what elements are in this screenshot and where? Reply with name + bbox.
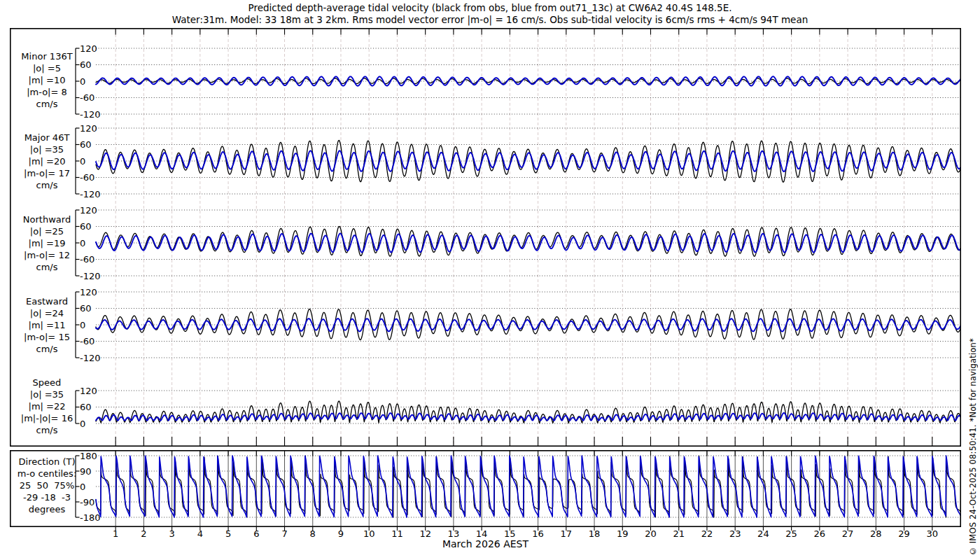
tidal-velocity-figure: Predicted depth-average tidal velocity (…	[0, 0, 980, 560]
model-line-direction	[96, 456, 960, 517]
panel-label-line: Northward	[6, 214, 88, 225]
panel-label-line: cm/s	[6, 343, 88, 355]
panel-label-line: cm/s	[6, 98, 88, 110]
panel-label-line: cm/s	[6, 179, 88, 191]
panel-label-line: cm/s	[6, 261, 88, 273]
model-line-major	[96, 150, 960, 172]
x-tick-label: 18	[583, 528, 606, 539]
panel-label-line: Major 46T	[6, 132, 88, 144]
velocity-box-border	[10, 29, 960, 446]
figure-title-line2: Water:31m. Model: 33 18m at 3 2km. Rms m…	[0, 14, 980, 25]
x-tick-label: 15	[498, 528, 521, 539]
x-tick-label: 12	[414, 528, 437, 539]
panel-label-line: |m| =22	[6, 400, 88, 412]
panel-label-line: |o| =24	[6, 307, 88, 319]
x-tick-label: 21	[668, 528, 690, 539]
panel-label-line: Minor 136T	[6, 50, 88, 62]
direction-panel-plot: 180900-90-180	[10, 450, 961, 527]
model-line-eastward	[96, 318, 960, 332]
panel-label-line: |m| =10	[6, 74, 88, 86]
panel-label-line: 25 50 75%	[6, 479, 88, 491]
panel-label-line: |m-o|= 12	[6, 249, 88, 261]
x-tick-label: 2	[132, 528, 155, 539]
panel-label-line: |m-o|= 8	[6, 86, 88, 98]
panel-label-line: |o| =5	[6, 62, 88, 74]
panel-label-line: |o| =25	[6, 225, 88, 237]
panel-label-line: Direction (T)	[6, 456, 88, 468]
panel-label-line: |m|-|o|= 16	[6, 412, 88, 424]
x-tick-label: 1	[104, 528, 127, 539]
x-tick-label: 4	[189, 528, 211, 539]
x-axis-label: March 2026 AEST	[10, 538, 961, 550]
panel-label-line: |m-o|= 15	[6, 331, 88, 343]
x-tick-label: 8	[302, 528, 324, 539]
panel-label-line: cm/s	[6, 424, 88, 436]
x-tick-label: 24	[752, 528, 774, 539]
x-tick-label: 13	[442, 528, 465, 539]
obs-line-northward	[96, 227, 960, 257]
panel-label-line: m-o centiles:	[6, 468, 88, 479]
x-tick-label: 20	[639, 528, 662, 539]
x-tick-label: 6	[245, 528, 267, 539]
panel-label-northward: Northward|o| =25|m| =19|m-o|= 12cm/s	[6, 214, 88, 273]
x-tick-label: 27	[836, 528, 859, 539]
x-tick-label: 29	[893, 528, 916, 539]
panel-label-line: Speed	[6, 377, 88, 388]
x-tick-label: 11	[386, 528, 408, 539]
panel-label-major: Major 46T|o| =35|m| =20|m-o|= 17cm/s	[6, 132, 88, 191]
panel-label-line: |o| =35	[6, 144, 88, 155]
panel-label-line: -29 -18 -3	[6, 491, 88, 503]
panel-label-line: Eastward	[6, 295, 88, 307]
x-tick-label: 23	[724, 528, 746, 539]
x-tick-label: 22	[696, 528, 718, 539]
x-tick-label: 7	[274, 528, 296, 539]
panel-label-line: |m| =11	[6, 319, 88, 331]
panel-label-line: |m| =20	[6, 155, 88, 167]
panel-label-minor: Minor 136T|o| =5|m| =10|m-o|= 8cm/s	[6, 50, 88, 110]
x-tick-label: 3	[161, 528, 183, 539]
x-tick-label: 9	[330, 528, 352, 539]
panel-label-line: degrees	[6, 503, 88, 515]
panel-label-speed: Speed|o| =35|m| =22|m|-|o|= 16cm/s	[6, 377, 88, 436]
x-tick-label: 25	[780, 528, 803, 539]
x-tick-label: 30	[921, 528, 944, 539]
x-tick-label: 26	[808, 528, 831, 539]
panel-label-line: |m-o|= 17	[6, 167, 88, 179]
x-tick-label: 10	[358, 528, 380, 539]
panel-label-direction: Direction (T)m-o centiles:25 50 75%-29 -…	[6, 456, 88, 515]
x-tick-label: 17	[555, 528, 578, 539]
x-tick-label: 14	[470, 528, 493, 539]
velocity-panels-plot: 120600-60-120120600-60-120120600-60-1201…	[10, 28, 961, 447]
panel-label-line: |o| =35	[6, 388, 88, 400]
x-tick-label: 19	[611, 528, 634, 539]
x-tick-label: 16	[527, 528, 550, 539]
obs-line-speed	[96, 401, 960, 424]
x-tick-label: 5	[217, 528, 239, 539]
panel-label-eastward: Eastward|o| =24|m| =11|m-o|= 15cm/s	[6, 295, 88, 355]
x-tick-label: 28	[864, 528, 887, 539]
watermark-text: © IMOS 24-Oct-2025 08:50:41. *Not for na…	[968, 338, 978, 556]
y-tick-label: -120	[80, 109, 101, 120]
figure-title-line1: Predicted depth-average tidal velocity (…	[0, 2, 980, 13]
panel-label-line: |m| =19	[6, 237, 88, 249]
